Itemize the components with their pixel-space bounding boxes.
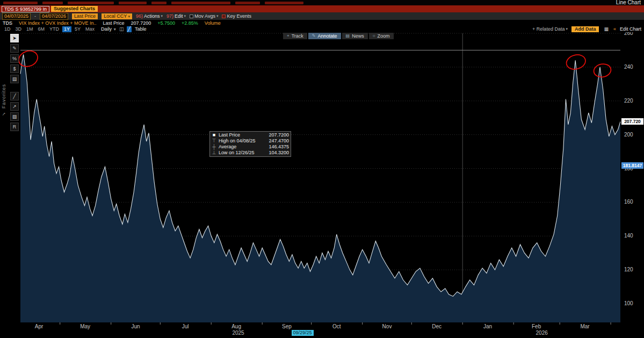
tool-regression[interactable]: R	[10, 123, 19, 131]
key-events-label: Key Events	[227, 13, 251, 19]
tool-note[interactable]: ▤	[10, 75, 19, 83]
tool-price-range[interactable]: $	[10, 64, 19, 73]
legend-last-price: 207.7200	[131, 20, 151, 26]
key-events-checkbox[interactable]: Key Events	[222, 13, 251, 19]
status-text-fragment	[171, 2, 230, 4]
chart-stats-tooltip: ■ Last Price 207.7200 ⊤ High on 04/08/25…	[209, 131, 291, 157]
legend-volume-label[interactable]: Volume	[205, 20, 221, 26]
related-data-label: + Related Data	[532, 26, 565, 32]
add-data-button[interactable]: Add Data	[571, 26, 599, 32]
high-marker-icon: ⊤	[212, 138, 216, 144]
tooltip-value: 146.4375	[269, 144, 289, 150]
tooltip-value: 207.7200	[269, 132, 289, 138]
range-tab-max[interactable]: Max	[84, 26, 96, 32]
news-label: News	[352, 33, 364, 39]
chevron-down-icon: ▾	[128, 15, 131, 18]
legend-compare-securities[interactable]: VIX Index + OVX Index + MOVE In..	[19, 20, 97, 26]
mov-avgs-label: Mov Avgs	[194, 13, 215, 19]
checkbox-icon	[190, 15, 193, 18]
y-axis-labels: 100120140160180200220240260	[624, 32, 633, 306]
candlestick-chart-icon[interactable]: ◫	[118, 26, 125, 32]
grid-icon[interactable]: ▦	[603, 26, 610, 32]
svg-text:Mar: Mar	[580, 323, 590, 329]
window-title: Line Chart	[616, 0, 641, 5]
command-bar[interactable]: TDS S 93852799 In Suggested Charts	[0, 5, 644, 12]
status-line-illegible-text	[3, 2, 308, 4]
svg-text:2026: 2026	[536, 330, 548, 336]
periodicity-label: Daily	[101, 26, 112, 32]
tool-pattern[interactable]: ▨	[10, 112, 19, 121]
annotate-label: Annotate	[318, 33, 337, 39]
svg-text:Jul: Jul	[182, 323, 189, 329]
mov-avgs-checkbox[interactable]: Mov Avgs ▾	[190, 13, 218, 19]
edit-menu-number: 97)	[167, 13, 173, 19]
tool-pencil-icon[interactable]: ✎	[10, 44, 19, 53]
line-chart-icon[interactable]: ╱	[127, 26, 132, 32]
chevron-down-icon: ▾	[161, 14, 163, 18]
price-chart[interactable]: 100120140160180200220240260AprMayJunJulA…	[0, 32, 644, 338]
legend-change: +5.7500	[157, 20, 175, 26]
related-data-button[interactable]: + Related Data ▾	[532, 26, 568, 32]
annotate-button[interactable]: ✎ Annotate	[308, 33, 341, 39]
chevron-down-icon: ▼	[113, 27, 117, 31]
edit-menu[interactable]: 97) Edit ▾	[167, 13, 186, 19]
tool-percent-range[interactable]: %	[10, 54, 19, 63]
favorites-tab[interactable]: ✓ Favorites	[1, 84, 6, 117]
edit-chart-button[interactable]: Edit Chart	[620, 26, 641, 32]
annotation-date-marker[interactable]: 09/29/25	[292, 330, 314, 336]
periodicity-dropdown[interactable]: Daily ▼	[101, 26, 117, 32]
axis-price-badge: 207.720	[621, 118, 643, 125]
svg-text:Oct: Oct	[332, 323, 341, 329]
news-button[interactable]: ▤ News	[342, 33, 368, 39]
square-marker-icon: ■	[212, 132, 216, 138]
svg-text:Nov: Nov	[382, 323, 392, 329]
range-tab-ytd[interactable]: YTD	[48, 26, 61, 32]
status-text-fragment	[265, 2, 303, 4]
news-icon: ▤	[346, 33, 350, 39]
date-from-field[interactable]: 04/07/2025	[2, 13, 31, 20]
low-marker-icon: ⊥	[212, 150, 216, 156]
chart-mode-buttons: + Track ✎ Annotate ▤ News ○ Zoom	[283, 33, 394, 39]
chevrons-left-icon[interactable]: «	[613, 26, 616, 32]
tool-trendline[interactable]: ╱	[10, 92, 19, 100]
average-marker-icon: ┼	[212, 144, 216, 150]
chart-legend-row: TDS VIX Index + OVX Index + MOVE In.. La…	[0, 20, 644, 26]
magnifier-icon: ○	[373, 33, 375, 39]
price-field-dropdown[interactable]: Last Price	[72, 13, 98, 19]
actions-menu[interactable]: 96) Actions ▾	[136, 13, 163, 19]
track-button[interactable]: + Track	[283, 33, 307, 39]
currency-dropdown[interactable]: Local CCY ▾	[102, 13, 132, 19]
date-to-field[interactable]: 04/07/2026	[40, 13, 68, 20]
bloomberg-terminal-window: Line Chart TDS S 93852799 In Suggested C…	[0, 0, 644, 338]
range-tab-3d[interactable]: 3D	[14, 26, 24, 32]
tooltip-value: 104.3200	[269, 150, 289, 156]
chevron-down-icon: ▾	[566, 27, 568, 31]
range-toolbar-right: + Related Data ▾ Add Data ▦ « Edit Chart	[532, 26, 641, 32]
svg-text:Dec: Dec	[432, 323, 442, 329]
range-tab-6m[interactable]: 6M	[37, 26, 47, 32]
status-text-fragment	[3, 2, 38, 4]
ticker-input[interactable]: TDS S 93852799 In	[2, 6, 49, 12]
legend-ticker[interactable]: TDS	[3, 20, 12, 26]
tooltip-row-last-price: ■ Last Price 207.7200	[212, 132, 289, 138]
status-strip: Line Chart	[0, 0, 644, 5]
chevron-down-icon: ▾	[184, 14, 186, 18]
zoom-label: Zoom	[378, 33, 390, 39]
range-tab-1m[interactable]: 1M	[25, 26, 35, 32]
red-circle-annotations[interactable]	[17, 48, 612, 78]
chart-area[interactable]: 100120140160180200220240260AprMayJunJulA…	[0, 32, 644, 338]
table-button[interactable]: Table	[135, 26, 147, 32]
svg-text:120: 120	[624, 267, 633, 272]
tool-cursor[interactable]: ➤	[10, 34, 19, 42]
actions-menu-label: Actions	[144, 13, 160, 19]
svg-text:2025: 2025	[232, 330, 244, 336]
command-suggestion[interactable]: Suggested Charts	[51, 6, 98, 12]
range-tab-5y[interactable]: 5Y	[73, 26, 82, 32]
tool-arrow[interactable]: ↗	[10, 102, 19, 111]
svg-text:Jun: Jun	[131, 323, 140, 329]
svg-text:160: 160	[624, 199, 633, 205]
range-tab-1y[interactable]: 1Y	[62, 26, 71, 32]
range-tab-1d[interactable]: 1D	[3, 26, 12, 32]
zoom-button[interactable]: ○ Zoom	[369, 33, 394, 39]
range-toolbar: 1D 3D 1M 6M YTD 1Y 5Y Max Daily ▼ ◫ ╱ Ta…	[0, 26, 644, 32]
